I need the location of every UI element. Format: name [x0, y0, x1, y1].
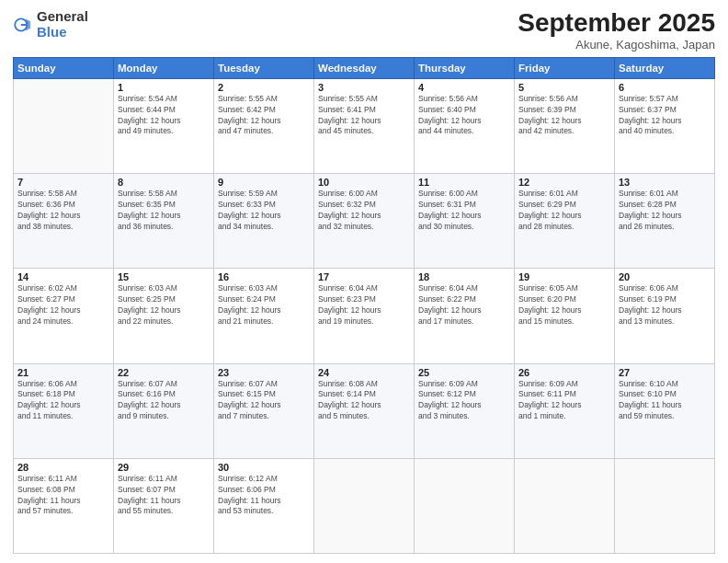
header-wednesday: Wednesday: [314, 57, 415, 78]
table-row: 14Sunrise: 6:02 AM Sunset: 6:27 PM Dayli…: [14, 269, 114, 363]
day-info: Sunrise: 6:10 AM Sunset: 6:10 PM Dayligh…: [619, 379, 711, 423]
day-info: Sunrise: 6:08 AM Sunset: 6:14 PM Dayligh…: [318, 379, 410, 423]
table-row: [14, 78, 114, 173]
day-info: Sunrise: 6:05 AM Sunset: 6:20 PM Dayligh…: [518, 283, 610, 327]
month-title: September 2025: [518, 9, 715, 38]
day-info: Sunrise: 6:06 AM Sunset: 6:18 PM Dayligh…: [17, 379, 109, 423]
day-number: 4: [418, 82, 510, 93]
logo-general-text: General: [37, 9, 88, 25]
header-thursday: Thursday: [415, 57, 515, 78]
day-number: 11: [418, 177, 510, 188]
calendar-table: Sunday Monday Tuesday Wednesday Thursday…: [13, 57, 715, 554]
logo: General Blue: [13, 9, 88, 40]
table-row: 3Sunrise: 5:55 AM Sunset: 6:41 PM Daylig…: [314, 78, 415, 173]
table-row: 28Sunrise: 6:11 AM Sunset: 6:08 PM Dayli…: [14, 458, 114, 553]
table-row: 10Sunrise: 6:00 AM Sunset: 6:32 PM Dayli…: [314, 174, 415, 269]
day-info: Sunrise: 5:56 AM Sunset: 6:39 PM Dayligh…: [518, 94, 610, 138]
day-info: Sunrise: 6:01 AM Sunset: 6:29 PM Dayligh…: [518, 189, 610, 233]
logo-text: General Blue: [37, 9, 88, 40]
day-number: 24: [318, 367, 410, 378]
day-number: 19: [518, 271, 610, 282]
page-header: General Blue September 2025 Akune, Kagos…: [13, 9, 715, 52]
day-info: Sunrise: 5:54 AM Sunset: 6:44 PM Dayligh…: [118, 94, 210, 138]
day-info: Sunrise: 5:55 AM Sunset: 6:42 PM Dayligh…: [218, 94, 310, 138]
day-number: 17: [318, 271, 410, 282]
table-row: 15Sunrise: 6:03 AM Sunset: 6:25 PM Dayli…: [114, 269, 214, 363]
table-row: 20Sunrise: 6:06 AM Sunset: 6:19 PM Dayli…: [615, 269, 715, 363]
day-number: 2: [218, 82, 310, 93]
day-info: Sunrise: 6:12 AM Sunset: 6:06 PM Dayligh…: [218, 474, 310, 518]
table-row: 6Sunrise: 5:57 AM Sunset: 6:37 PM Daylig…: [615, 78, 715, 173]
day-number: 9: [218, 177, 310, 188]
table-row: [615, 458, 715, 553]
day-number: 15: [118, 271, 210, 282]
day-number: 13: [619, 177, 711, 188]
day-info: Sunrise: 5:58 AM Sunset: 6:35 PM Dayligh…: [118, 189, 210, 233]
day-info: Sunrise: 6:01 AM Sunset: 6:28 PM Dayligh…: [619, 189, 711, 233]
day-info: Sunrise: 6:07 AM Sunset: 6:16 PM Dayligh…: [118, 379, 210, 423]
day-number: 21: [17, 367, 109, 378]
header-saturday: Saturday: [615, 57, 715, 78]
table-row: [314, 458, 415, 553]
day-info: Sunrise: 6:06 AM Sunset: 6:19 PM Dayligh…: [619, 283, 711, 327]
day-info: Sunrise: 5:56 AM Sunset: 6:40 PM Dayligh…: [418, 94, 510, 138]
day-info: Sunrise: 6:03 AM Sunset: 6:24 PM Dayligh…: [218, 283, 310, 327]
day-info: Sunrise: 5:57 AM Sunset: 6:37 PM Dayligh…: [619, 94, 711, 138]
table-row: 26Sunrise: 6:09 AM Sunset: 6:11 PM Dayli…: [515, 363, 615, 458]
day-number: 26: [518, 367, 610, 378]
table-row: 1Sunrise: 5:54 AM Sunset: 6:44 PM Daylig…: [114, 78, 214, 173]
day-number: 7: [17, 177, 109, 188]
day-number: 8: [118, 177, 210, 188]
table-row: 2Sunrise: 5:55 AM Sunset: 6:42 PM Daylig…: [214, 78, 314, 173]
table-row: [515, 458, 615, 553]
day-number: 27: [619, 367, 711, 378]
day-number: 1: [118, 82, 210, 93]
day-number: 5: [518, 82, 610, 93]
day-info: Sunrise: 6:09 AM Sunset: 6:12 PM Dayligh…: [418, 379, 510, 423]
day-info: Sunrise: 6:09 AM Sunset: 6:11 PM Dayligh…: [518, 379, 610, 423]
header-tuesday: Tuesday: [214, 57, 314, 78]
location-subtitle: Akune, Kagoshima, Japan: [518, 38, 715, 52]
table-row: 25Sunrise: 6:09 AM Sunset: 6:12 PM Dayli…: [415, 363, 515, 458]
table-row: 12Sunrise: 6:01 AM Sunset: 6:29 PM Dayli…: [515, 174, 615, 269]
header-monday: Monday: [114, 57, 214, 78]
calendar-week-row: 7Sunrise: 5:58 AM Sunset: 6:36 PM Daylig…: [14, 174, 715, 269]
day-number: 12: [518, 177, 610, 188]
table-row: 5Sunrise: 5:56 AM Sunset: 6:39 PM Daylig…: [515, 78, 615, 173]
day-number: 30: [218, 462, 310, 473]
day-number: 28: [17, 462, 109, 473]
logo-icon: [13, 15, 33, 35]
day-info: Sunrise: 6:00 AM Sunset: 6:32 PM Dayligh…: [318, 189, 410, 233]
day-number: 22: [118, 367, 210, 378]
day-number: 6: [619, 82, 711, 93]
day-info: Sunrise: 6:11 AM Sunset: 6:08 PM Dayligh…: [17, 474, 109, 518]
logo-blue-text: Blue: [37, 25, 88, 40]
day-number: 18: [418, 271, 510, 282]
table-row: 19Sunrise: 6:05 AM Sunset: 6:20 PM Dayli…: [515, 269, 615, 363]
table-row: 21Sunrise: 6:06 AM Sunset: 6:18 PM Dayli…: [14, 363, 114, 458]
day-number: 25: [418, 367, 510, 378]
table-row: 18Sunrise: 6:04 AM Sunset: 6:22 PM Dayli…: [415, 269, 515, 363]
calendar-week-row: 14Sunrise: 6:02 AM Sunset: 6:27 PM Dayli…: [14, 269, 715, 363]
calendar-week-row: 28Sunrise: 6:11 AM Sunset: 6:08 PM Dayli…: [14, 458, 715, 553]
table-row: 23Sunrise: 6:07 AM Sunset: 6:15 PM Dayli…: [214, 363, 314, 458]
table-row: 4Sunrise: 5:56 AM Sunset: 6:40 PM Daylig…: [415, 78, 515, 173]
day-number: 23: [218, 367, 310, 378]
table-row: 13Sunrise: 6:01 AM Sunset: 6:28 PM Dayli…: [615, 174, 715, 269]
day-info: Sunrise: 6:02 AM Sunset: 6:27 PM Dayligh…: [17, 283, 109, 327]
table-row: 30Sunrise: 6:12 AM Sunset: 6:06 PM Dayli…: [214, 458, 314, 553]
weekday-header-row: Sunday Monday Tuesday Wednesday Thursday…: [14, 57, 715, 78]
day-info: Sunrise: 5:58 AM Sunset: 6:36 PM Dayligh…: [17, 189, 109, 233]
day-number: 14: [17, 271, 109, 282]
table-row: 22Sunrise: 6:07 AM Sunset: 6:16 PM Dayli…: [114, 363, 214, 458]
day-info: Sunrise: 6:11 AM Sunset: 6:07 PM Dayligh…: [118, 474, 210, 518]
day-info: Sunrise: 6:04 AM Sunset: 6:22 PM Dayligh…: [418, 283, 510, 327]
day-number: 16: [218, 271, 310, 282]
table-row: [415, 458, 515, 553]
day-number: 10: [318, 177, 410, 188]
table-row: 17Sunrise: 6:04 AM Sunset: 6:23 PM Dayli…: [314, 269, 415, 363]
header-sunday: Sunday: [14, 57, 114, 78]
table-row: 16Sunrise: 6:03 AM Sunset: 6:24 PM Dayli…: [214, 269, 314, 363]
table-row: 27Sunrise: 6:10 AM Sunset: 6:10 PM Dayli…: [615, 363, 715, 458]
day-info: Sunrise: 6:00 AM Sunset: 6:31 PM Dayligh…: [418, 189, 510, 233]
